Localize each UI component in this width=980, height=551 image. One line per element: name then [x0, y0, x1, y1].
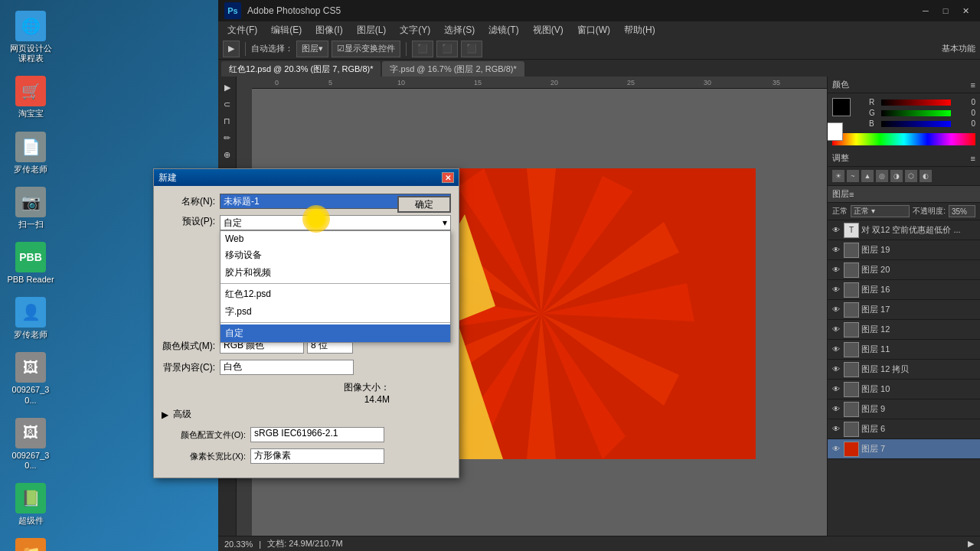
- desktop-icon-scan[interactable]: 📷 扫一扫: [4, 184, 57, 233]
- layer-item-12b[interactable]: 👁 图层 12 拷贝: [828, 360, 980, 380]
- desktop-icon-pbb[interactable]: PBB PBB Reader: [4, 239, 57, 288]
- layer-name-text: 对 双12 空前优惠超低价 ...: [861, 224, 977, 236]
- tool-lasso[interactable]: ⊂: [220, 96, 235, 112]
- menu-file[interactable]: 文件(F): [221, 22, 263, 37]
- bg-select[interactable]: 白色: [220, 360, 354, 375]
- layer-item-7[interactable]: 👁 图层 7: [828, 439, 980, 459]
- layers-panel-header: 图层 ≡: [828, 186, 980, 203]
- color-profile-select[interactable]: sRGB IEC61966-2.1: [250, 427, 384, 442]
- menu-select[interactable]: 选择(S): [438, 22, 481, 37]
- align-right[interactable]: ⬛: [461, 41, 482, 57]
- layer-thumb-9: [844, 402, 859, 417]
- layers-options[interactable]: ≡: [849, 190, 854, 199]
- menu-help[interactable]: 帮助(H): [618, 22, 662, 37]
- tool-heal[interactable]: ⊕: [220, 147, 235, 162]
- layer-visibility-6[interactable]: 👁: [831, 424, 841, 435]
- layer-visibility-16[interactable]: 👁: [831, 285, 841, 295]
- close-button[interactable]: ✕: [957, 5, 974, 17]
- menu-filter[interactable]: 滤镜(T): [482, 22, 524, 37]
- layer-visibility-19[interactable]: 👁: [831, 245, 841, 256]
- preset-option-red12[interactable]: 红色12.psd: [220, 285, 450, 303]
- layer-visibility-11[interactable]: 👁: [831, 344, 841, 355]
- layer-item-10[interactable]: 👁 图层 10: [828, 380, 980, 399]
- layer-visibility-10[interactable]: 👁: [831, 384, 841, 395]
- tool-eyedropper[interactable]: ✏: [220, 130, 235, 145]
- svg-text:30: 30: [704, 79, 711, 86]
- adjustments-controls[interactable]: ≡: [971, 154, 975, 163]
- b-slider[interactable]: [881, 121, 951, 127]
- adj-bw[interactable]: ◐: [920, 170, 932, 182]
- layer-item-19[interactable]: 👁 图层 19: [828, 240, 980, 260]
- layer-item-20[interactable]: 👁 图层 20: [828, 260, 980, 280]
- layer-visibility-12b[interactable]: 👁: [831, 364, 841, 375]
- background-swatch[interactable]: [827, 122, 843, 141]
- svg-text:20: 20: [550, 79, 558, 86]
- adj-hue[interactable]: ◎: [876, 170, 888, 182]
- layer-visibility-7[interactable]: 👁: [831, 444, 841, 455]
- status-arrow[interactable]: ▶: [968, 539, 974, 549]
- layer-item-16[interactable]: 👁 图层 16: [828, 280, 980, 300]
- desktop-icon-teacher2[interactable]: 👤 罗传老师: [4, 294, 57, 343]
- preset-option-mobile[interactable]: 移动设备: [220, 246, 450, 264]
- minimize-button[interactable]: ─: [917, 5, 934, 17]
- desktop-icon-taobao[interactable]: 🛒 淘宝宝: [4, 73, 57, 122]
- layer-visibility-20[interactable]: 👁: [831, 265, 841, 276]
- preset-option-custom[interactable]: 自定: [220, 324, 450, 342]
- desktop-icon-img1[interactable]: 🖼 009267_30...: [4, 349, 57, 408]
- maximize-button[interactable]: □: [937, 5, 954, 17]
- foreground-swatch[interactable]: [832, 98, 851, 116]
- preset-option-web[interactable]: Web: [220, 231, 450, 246]
- layer-visibility-9[interactable]: 👁: [831, 404, 841, 415]
- menu-edit[interactable]: 编辑(E): [265, 22, 308, 37]
- tab-red12[interactable]: 红色12.psd @ 20.3% (图层 7, RGB/8)*: [221, 61, 381, 77]
- blend-mode-dropdown[interactable]: 正常 ▾: [851, 205, 910, 217]
- layer-visibility-12[interactable]: 👁: [831, 324, 841, 335]
- menu-text[interactable]: 文字(Y): [394, 22, 436, 37]
- preset-select[interactable]: 自定 ▾: [220, 215, 451, 230]
- layer-visibility-17[interactable]: 👁: [831, 305, 841, 315]
- adj-colorbalance[interactable]: ⬡: [905, 170, 917, 182]
- tab-zi[interactable]: 字.psd @ 16.7% (图层 2, RGB/8)*: [382, 61, 524, 77]
- preset-option-zi[interactable]: 字.psd: [220, 303, 450, 321]
- r-slider[interactable]: [881, 99, 951, 106]
- dialog-close-button[interactable]: ✕: [442, 172, 454, 183]
- desktop-icon-img2[interactable]: 🖼 009267_30...: [4, 415, 57, 474]
- g-slider[interactable]: [881, 110, 951, 116]
- layer-visibility-text[interactable]: 👁: [831, 225, 841, 236]
- opacity-value[interactable]: 35%: [949, 205, 975, 217]
- tool-select[interactable]: ▶: [220, 80, 235, 95]
- layer-item-17[interactable]: 👁 图层 17: [828, 300, 980, 320]
- desktop-icon-teacher[interactable]: 📄 罗传老师: [4, 129, 57, 178]
- preset-option-film[interactable]: 胶片和视频: [220, 264, 450, 282]
- desktop-icon-file[interactable]: 📁 超级件: [4, 535, 57, 551]
- adj-saturation[interactable]: ◑: [890, 170, 903, 182]
- dialog-ok-button[interactable]: 确定: [397, 196, 451, 213]
- adj-brightness[interactable]: ☀: [832, 170, 844, 182]
- menu-image[interactable]: 图像(I): [309, 22, 348, 37]
- layer-item-11[interactable]: 👁 图层 11: [828, 340, 980, 360]
- advanced-label[interactable]: 高级: [173, 408, 191, 421]
- tool-crop[interactable]: ⊓: [220, 113, 235, 129]
- webdesign-icon: 🌐: [15, 11, 46, 41]
- menu-window[interactable]: 窗口(W): [571, 22, 616, 37]
- adj-levels[interactable]: ▲: [861, 170, 874, 182]
- align-left[interactable]: ⬛: [412, 41, 433, 57]
- layer-name-9: 图层 9: [861, 403, 977, 415]
- desktop-icon-webdesign[interactable]: 🌐 网页设计公 课程表: [4, 8, 57, 67]
- align-center[interactable]: ⬛: [436, 41, 458, 57]
- color-panel-controls[interactable]: ≡: [971, 80, 975, 90]
- desktop-icon-reader[interactable]: 📗 超级件: [4, 480, 57, 529]
- adj-curves[interactable]: ~: [847, 170, 859, 182]
- layer-item-9[interactable]: 👁 图层 9: [828, 399, 980, 419]
- layer-item-6[interactable]: 👁 图层 6: [828, 419, 980, 439]
- color-spectrum-bar[interactable]: [832, 133, 975, 145]
- layer-item-12[interactable]: 👁 图层 12: [828, 320, 980, 340]
- toolbar-move-tool[interactable]: ▶: [223, 41, 240, 57]
- auto-select-dropdown[interactable]: 图层 ▾: [296, 41, 328, 57]
- transform-checkbox[interactable]: ☑ 显示变换控件: [332, 41, 400, 57]
- layer-item-text[interactable]: 👁 T 对 双12 空前优惠超低价 ...: [828, 220, 980, 240]
- color-profile-label: 颜色配置文件(O):: [162, 429, 246, 441]
- menu-layer[interactable]: 图层(L): [351, 22, 393, 37]
- menu-view[interactable]: 视图(V): [527, 22, 570, 37]
- pixel-aspect-select[interactable]: 方形像素: [250, 448, 384, 464]
